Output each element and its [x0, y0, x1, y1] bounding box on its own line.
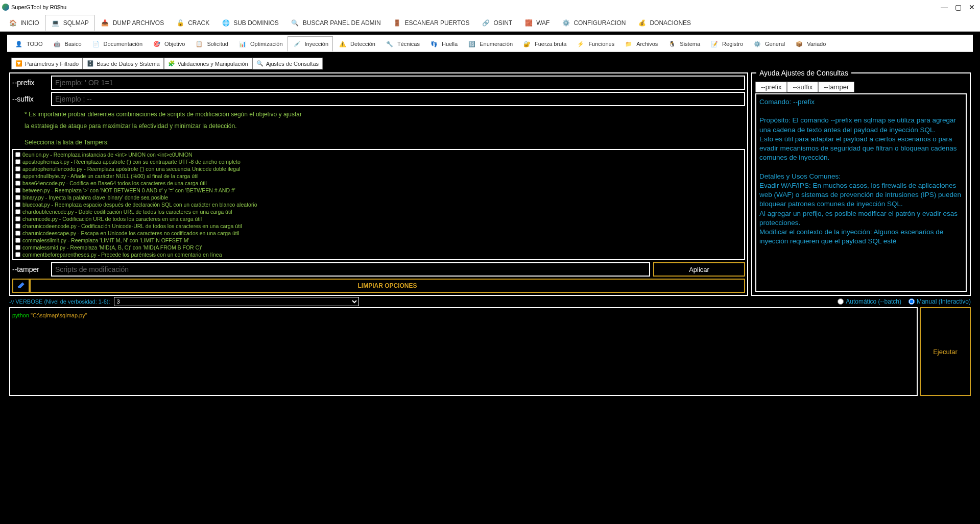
- main-tab-sub-dominios[interactable]: 🌐SUB DOMINIOS: [215, 15, 284, 31]
- tamper-item[interactable]: 0eunion.py - Reemplaza instancias de <in…: [14, 151, 743, 158]
- tab-icon: 🔍: [290, 18, 300, 28]
- help-tabs: --prefix--suffix--tamper: [752, 82, 970, 92]
- minimize-icon[interactable]: —: [941, 3, 948, 11]
- subsub-tab-2[interactable]: 🧩Validaciones y Manipulación: [164, 58, 252, 69]
- help-pane: Ayuda Ajustes de Consultas --prefix--suf…: [751, 72, 971, 296]
- tamper-checkbox[interactable]: [15, 188, 20, 193]
- auto-radio[interactable]: Automático (--batch): [838, 298, 901, 305]
- tamper-checkbox[interactable]: [15, 181, 20, 186]
- tamper-item[interactable]: charunicodeescape.py - Escapa en Unicode…: [14, 230, 743, 237]
- help-tab-prefix[interactable]: --prefix: [755, 82, 787, 92]
- tamper-item[interactable]: chardoubleencode.py - Doble codificación…: [14, 208, 743, 215]
- tamper-checkbox[interactable]: [15, 245, 20, 250]
- main-tab-buscar-panel-de-admin[interactable]: 🔍BUSCAR PANEL DE ADMIN: [284, 15, 387, 31]
- sub-tab-solicitud[interactable]: 📋Solicitud: [189, 36, 233, 52]
- subsub-tab-1[interactable]: 🗄️Base de Datos y Sistema: [83, 58, 164, 69]
- tamper-checkbox[interactable]: [15, 252, 20, 257]
- sub-tab-detección[interactable]: ⚠️Detección: [333, 36, 380, 52]
- main-tab-donaciones[interactable]: 💰DONACIONES: [631, 15, 697, 31]
- tab-icon: ⚙️: [561, 18, 571, 28]
- left-pane: --prefix --suffix * Es importante probar…: [9, 72, 748, 296]
- tamper-checkbox[interactable]: [15, 166, 20, 171]
- sub-tab-optimización[interactable]: 📊Optimización: [233, 36, 288, 52]
- main-tab-inicio[interactable]: 🏠INICIO: [2, 15, 45, 31]
- tamper-item[interactable]: bluecoat.py - Reemplaza espacio después …: [14, 201, 743, 208]
- close-icon[interactable]: ✕: [969, 3, 975, 11]
- tamper-checkbox[interactable]: [15, 216, 20, 221]
- tamper-item[interactable]: charunicodeencode.py - Codificación Unic…: [14, 222, 743, 230]
- main-tab-waf[interactable]: 🧱WAF: [518, 15, 555, 31]
- tamper-checkbox[interactable]: [15, 223, 20, 229]
- sub-tab-documentación[interactable]: 📄Documentación: [86, 36, 147, 52]
- clear-button[interactable]: LIMPIAR OPCIONES: [30, 279, 745, 293]
- tamper-item[interactable]: apostrophenullencode.py - Reemplaza após…: [14, 165, 743, 172]
- help-tab-suffix[interactable]: --suffix: [787, 82, 818, 92]
- subtab-icon: 💉: [292, 39, 302, 48]
- prefix-input[interactable]: [51, 76, 745, 90]
- main-tab-bar: 🏠INICIO💻SQLMAP📥DUMP ARCHIVOS🔓CRACK🌐SUB D…: [0, 14, 980, 32]
- maximize-icon[interactable]: ▢: [955, 3, 962, 11]
- main-tab-dump-archivos[interactable]: 📥DUMP ARCHIVOS: [94, 15, 170, 31]
- sub-tab-todo[interactable]: 👤TODO: [9, 36, 47, 52]
- titlebar: SuperGTool by R0$hu — ▢ ✕: [0, 0, 980, 14]
- apply-button[interactable]: Aplicar: [653, 262, 745, 277]
- tamper-item[interactable]: charencode.py - Codificación URL de todo…: [14, 215, 743, 222]
- execute-button[interactable]: Ejecutar: [920, 307, 971, 396]
- sub-tab-sistema[interactable]: 🐧Sistema: [662, 36, 705, 52]
- main-tab-osint[interactable]: 🔗OSINT: [475, 15, 518, 31]
- tamper-item[interactable]: between.py - Reemplaza '>' con 'NOT BETW…: [14, 187, 743, 194]
- sub-tab-fuerza bruta[interactable]: 🔐Fuerza bruta: [517, 36, 571, 52]
- tamper-checkbox[interactable]: [15, 152, 20, 157]
- sub-tab-archivos[interactable]: 📁Archivos: [619, 36, 662, 52]
- verbose-label: -v VERBOSE (Nivel de verbosidad: 1-6):: [9, 298, 110, 305]
- tamper-checkbox[interactable]: [15, 195, 20, 200]
- tab-icon: 🌐: [221, 18, 231, 28]
- subtab-icon: 👣: [429, 39, 439, 48]
- sub-tab-funciones[interactable]: ⚡Funciones: [571, 36, 619, 52]
- sub-tab-general[interactable]: ⚙️General: [748, 36, 790, 52]
- tab-icon: 💰: [637, 18, 647, 28]
- tamper-item[interactable]: commentbeforeparentheses.py - Precede lo…: [14, 251, 743, 258]
- tamper-checkbox[interactable]: [15, 159, 20, 164]
- tamper-item[interactable]: binary.py - Inyecta la palabra clave 'bi…: [14, 194, 743, 201]
- tamper-item[interactable]: commalessmid.py - Reemplaza 'MID(A, B, C…: [14, 244, 743, 251]
- help-title: Ayuda Ajustes de Consultas: [756, 69, 851, 77]
- suffix-input[interactable]: [51, 92, 745, 106]
- subtab-icon: 📋: [194, 39, 204, 48]
- sub-tab-variado[interactable]: 📦Variado: [790, 36, 830, 52]
- tab-icon: 💻: [51, 18, 61, 28]
- sub-tab-basico[interactable]: 🤖Basico: [47, 36, 86, 52]
- main-tab-crack[interactable]: 🔓CRACK: [170, 15, 215, 31]
- sub-tab-huella[interactable]: 👣Huella: [424, 36, 462, 52]
- sub-tab-técnicas[interactable]: 🔧Técnicas: [380, 36, 424, 52]
- tamper-checkbox[interactable]: [15, 173, 20, 179]
- main-tab-configuracion[interactable]: ⚙️CONFIGURACION: [555, 15, 631, 31]
- tamper-item[interactable]: appendnullbyte.py - Añade un carácter NU…: [14, 172, 743, 180]
- subsubtab-icon: 🧩: [168, 60, 175, 67]
- tamper-checkbox[interactable]: [15, 238, 20, 243]
- subsub-tab-3[interactable]: 🔍Ajustes de Consultas: [252, 58, 323, 69]
- main-tab-escanear-puertos[interactable]: 🚪ESCANEAR PUERTOS: [387, 15, 475, 31]
- tamper-checkbox[interactable]: [15, 231, 20, 236]
- sub-tab-registro[interactable]: 📝Registro: [705, 36, 748, 52]
- sub-tab-bar: 👤TODO🤖Basico📄Documentación🎯Objetivo📋Soli…: [7, 35, 973, 52]
- sub-tab-inyección[interactable]: 💉Inyección: [288, 36, 333, 52]
- manual-radio[interactable]: Manual (Interactivo): [909, 298, 971, 305]
- help-tab-tamper[interactable]: --tamper: [818, 82, 854, 92]
- subtab-icon: 🔢: [467, 39, 477, 48]
- tab-icon: 🔓: [175, 18, 185, 28]
- tamper-item[interactable]: base64encode.py - Codifica en Base64 tod…: [14, 180, 743, 187]
- tamper-item[interactable]: apostrophemask.py - Reemplaza apóstrofe …: [14, 158, 743, 165]
- subsub-tab-0[interactable]: 🔽Parámetros y Filtrado: [11, 58, 83, 69]
- tamper-list[interactable]: 0eunion.py - Reemplaza instancias de <in…: [12, 149, 745, 260]
- main-tab-sqlmap[interactable]: 💻SQLMAP: [45, 15, 94, 31]
- tab-icon: 🚪: [392, 18, 402, 28]
- sub-tab-enumeración[interactable]: 🔢Enumeración: [462, 36, 517, 52]
- console-line: python "C:\sqlmap\sqlmap.py": [12, 312, 87, 318]
- tamper-item[interactable]: commalesslimit.py - Reemplaza 'LIMIT M, …: [14, 237, 743, 244]
- tamper-input[interactable]: [51, 262, 650, 277]
- verbose-select[interactable]: 3: [114, 297, 359, 306]
- tamper-checkbox[interactable]: [15, 209, 20, 214]
- sub-tab-objetivo[interactable]: 🎯Objetivo: [147, 36, 189, 52]
- tamper-checkbox[interactable]: [15, 202, 20, 207]
